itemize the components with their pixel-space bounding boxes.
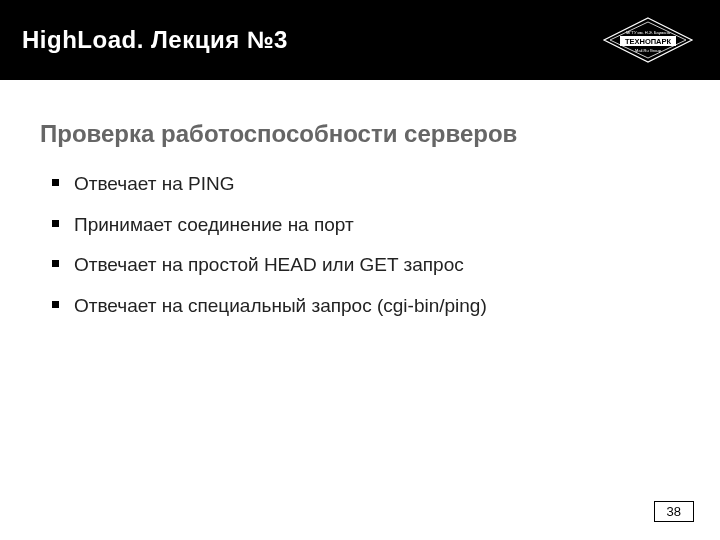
logo-top-text: МГТУ им. Н.Э. Баумана (626, 30, 671, 35)
list-item: Отвечает на PING (52, 172, 690, 197)
technopark-logo: МГТУ им. Н.Э. Баумана ТЕХНОПАРК Mail.Ru … (598, 14, 698, 66)
page-number: 38 (654, 501, 694, 522)
logo-main-text: ТЕХНОПАРК (625, 37, 672, 46)
slide-content: Проверка работоспособности серверов Отве… (0, 80, 720, 319)
logo-svg: МГТУ им. Н.Э. Баумана ТЕХНОПАРК Mail.Ru … (598, 14, 698, 66)
list-item: Отвечает на специальный запрос (cgi-bin/… (52, 294, 690, 319)
list-item: Отвечает на простой HEAD или GET запрос (52, 253, 690, 278)
slide-heading: Проверка работоспособности серверов (40, 120, 690, 148)
bullet-list: Отвечает на PING Принимает соединение на… (40, 172, 690, 319)
lecture-title: HighLoad. Лекция №3 (22, 26, 288, 54)
logo-sub-text: Mail.Ru Group (635, 48, 662, 53)
list-item: Принимает соединение на порт (52, 213, 690, 238)
slide-header: HighLoad. Лекция №3 МГТУ им. Н.Э. Бауман… (0, 0, 720, 80)
